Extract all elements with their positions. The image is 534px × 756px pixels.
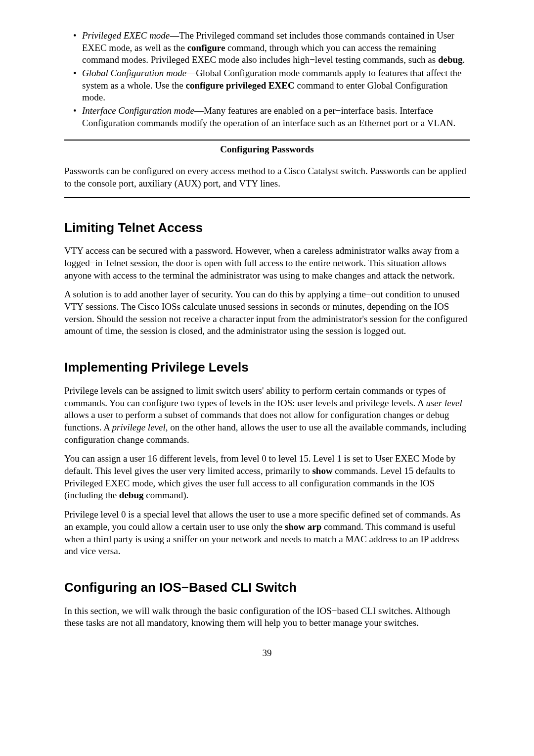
inline-bold: debug (438, 54, 463, 65)
list-item: Global Configuration mode—Global Configu… (82, 67, 470, 104)
divider (64, 197, 470, 198)
list-item: Interface Configuration mode—Many featur… (82, 105, 470, 129)
inline-italic: privilege level, (112, 422, 168, 432)
mode-label: Interface Configuration mode (82, 105, 194, 116)
body-paragraph: In this section, we will walk through th… (64, 605, 470, 629)
section-heading: Limiting Telnet Access (64, 220, 470, 236)
body-text: Privilege levels can be assigned to limi… (64, 385, 446, 408)
box-heading: Configuring Passwords (64, 141, 470, 159)
inline-bold: show arp (285, 521, 321, 532)
mode-label: Privileged EXEC mode (82, 30, 170, 41)
section-heading: Implementing Privilege Levels (64, 359, 470, 376)
inline-italic: user level (426, 398, 462, 408)
body-paragraph: Privilege levels can be assigned to limi… (64, 385, 470, 446)
boxed-section: Configuring Passwords (64, 140, 470, 159)
inline-bold: show (312, 466, 332, 476)
body-paragraph: You can assign a user 16 different level… (64, 453, 470, 502)
inline-bold: configure privileged EXEC (185, 80, 294, 91)
inline-bold: debug (119, 490, 144, 500)
body-text: command). (143, 490, 188, 500)
body-paragraph: VTY access can be secured with a passwor… (64, 245, 470, 282)
body-paragraph: A solution is to add another layer of se… (64, 288, 470, 337)
mode-list: Privileged EXEC mode—The Privileged comm… (64, 30, 470, 130)
body-paragraph: Privilege level 0 is a special level tha… (64, 509, 470, 558)
section-heading: Configuring an IOS−Based CLI Switch (64, 579, 470, 596)
list-item: Privileged EXEC mode—The Privileged comm… (82, 30, 470, 66)
mode-label: Global Configuration mode (82, 68, 186, 78)
body-text: . (463, 54, 465, 65)
inline-bold: configure (187, 43, 225, 53)
page-number: 39 (64, 647, 470, 660)
body-paragraph: Passwords can be configured on every acc… (64, 165, 470, 189)
